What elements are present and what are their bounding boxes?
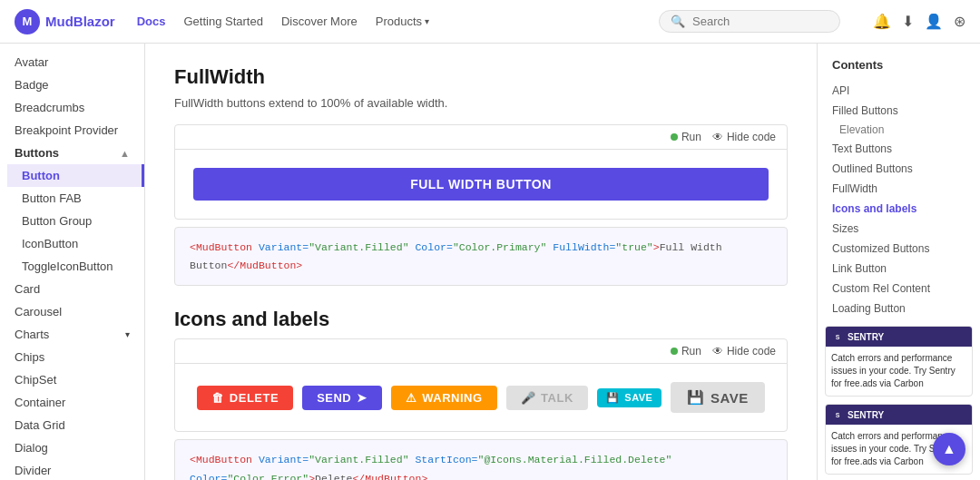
icons-section-title: Icons and labels [174,308,788,331]
main-layout: Avatar Badge Breadcrumbs Breakpoint Prov… [0,44,980,480]
contents-api[interactable]: API [818,81,980,101]
fullwidth-title: FullWidth [174,65,788,89]
fullwidth-run-button[interactable]: Run [671,131,701,143]
topnav-products[interactable]: Products ▾ [376,15,429,28]
contents-loading[interactable]: Loading Button [818,299,980,318]
sidebar-item-container[interactable]: Container [0,391,144,414]
save-small-button[interactable]: 💾 SAVE [597,388,662,407]
ad-card-2-header: S SENTRY [826,405,972,425]
chevron-up-icon: ▲ [120,148,130,159]
bell-icon[interactable]: 🔔 [873,13,891,30]
mic-icon: 🎤 [521,391,536,405]
contents-customized[interactable]: Customized Buttons [818,239,980,259]
topnav-links: Docs Getting Started Discover More Produ… [137,15,429,28]
icons-run-button[interactable]: Run [671,345,701,358]
delete-button[interactable]: 🗑 DELETE [197,386,293,410]
run-dot-icon [671,348,678,355]
fullwidth-demo-content: FULL WIDTH BUTTON [175,150,787,219]
fullwidth-demo-toolbar: Run 👁 Hide code [175,125,787,150]
topnav-docs[interactable]: Docs [137,15,166,28]
sentry-logo-1: S [831,330,844,343]
code-line-1: <MudButton Variant="Variant.Filled" Star… [190,451,772,480]
delete-icon: 🗑 [211,391,224,405]
sidebar-item-data-grid[interactable]: Data Grid [0,414,144,436]
user-circle-icon[interactable]: 👤 [925,13,943,30]
sidebar-item-chipset[interactable]: ChipSet [0,368,144,391]
search-box: 🔍 [659,10,840,33]
icons-code-box: <MudButton Variant="Variant.Filled" Star… [174,439,788,480]
sidebar-item-button-fab[interactable]: Button FAB [7,187,144,210]
sidebar-item-charts[interactable]: Charts▾ [0,323,144,346]
save-large-icon: 💾 [687,389,705,406]
icons-hide-code-button[interactable]: 👁 Hide code [712,345,776,358]
chevron-down-icon: ▾ [425,16,429,26]
warning-icon: ⚠ [406,391,417,405]
full-width-button[interactable]: FULL WIDTH BUTTON [193,168,769,201]
fullwidth-code-box: <MudButton Variant="Variant.Filled" Colo… [174,227,788,286]
sidebar-item-divider[interactable]: Divider [0,459,144,480]
save-large-button[interactable]: 💾 SAVE [671,382,764,413]
sidebar-item-carousel[interactable]: Carousel [0,300,144,323]
topnav-discover-more[interactable]: Discover More [281,15,358,28]
sidebar-section-buttons-label: Buttons [15,146,59,160]
icons-demo-content: 🗑 DELETE SEND ➤ ⚠ WARNING 🎤 TALK 💾 [175,364,787,431]
fullwidth-demo-box: Run 👁 Hide code FULL WIDTH BUTTON [174,124,788,220]
ad-card-1[interactable]: S SENTRY Catch errors and performance is… [825,326,973,397]
warning-button[interactable]: ⚠ WARNING [391,386,497,410]
logo[interactable]: M MudBlazor [15,9,115,34]
topnav: M MudBlazor Docs Getting Started Discove… [0,0,980,44]
search-icon: 🔍 [671,15,685,28]
scroll-to-top-button[interactable]: ▲ [933,433,965,465]
contents-fullwidth[interactable]: FullWidth [818,179,980,199]
contents-elevation[interactable]: Elevation [818,121,980,139]
icons-demo-toolbar: Run 👁 Hide code [175,339,787,364]
github-icon[interactable]: ⊛ [954,13,965,30]
contents-link-button[interactable]: Link Button [818,259,980,279]
sidebar-item-breakpoint-provider[interactable]: Breakpoint Provider [0,119,144,142]
fullwidth-hide-code-button[interactable]: 👁 Hide code [712,131,776,143]
logo-icon: M [15,9,40,34]
download-icon[interactable]: ⬇ [902,13,914,30]
sidebar-item-button-group[interactable]: Button Group [7,210,144,232]
icons-demo-box: Run 👁 Hide code 🗑 DELETE SEND ➤ ⚠ [174,338,788,432]
ad-card-1-header: S SENTRY [826,327,972,347]
sidebar-item-breadcrumbs[interactable]: Breadcrumbs [0,96,144,119]
contents-icons-labels[interactable]: Icons and labels [818,199,980,219]
run-dot-icon [671,133,678,141]
contents-custom-rel[interactable]: Custom Rel Content [818,279,980,299]
sidebar-item-chips[interactable]: Chips [0,346,144,368]
save-icon: 💾 [606,392,620,404]
contents-filled-buttons[interactable]: Filled Buttons [818,101,980,121]
topnav-getting-started[interactable]: Getting Started [183,15,262,28]
fullwidth-desc: FullWidth buttons extend to 100% of avai… [174,96,788,110]
right-sidebar: Contents API Filled Buttons Elevation Te… [817,44,980,480]
sidebar-item-card[interactable]: Card [0,278,144,300]
contents-sizes[interactable]: Sizes [818,219,980,239]
chevron-down-icon: ▾ [125,329,130,339]
sidebar-item-dialog[interactable]: Dialog [0,436,144,459]
contents-title: Contents [818,58,980,81]
topnav-action-icons: 🔔 ⬇ 👤 ⊛ [873,13,965,30]
sidebar-item-iconbutton[interactable]: IconButton [7,232,144,255]
eye-icon: 👁 [712,131,723,143]
sidebar: Avatar Badge Breadcrumbs Breakpoint Prov… [0,44,145,480]
talk-button: 🎤 TALK [506,386,588,410]
send-icon: ➤ [357,391,368,405]
sidebar-item-button[interactable]: Button [7,164,144,187]
send-button[interactable]: SEND ➤ [302,386,382,410]
ad-card-1-body: Catch errors and performance issues in y… [826,347,972,396]
sidebar-item-toggleiconbutton[interactable]: ToggleIconButton [7,255,144,278]
contents-text-buttons[interactable]: Text Buttons [818,139,980,159]
sentry-logo-2: S [831,408,844,421]
sidebar-item-badge[interactable]: Badge [0,73,144,96]
logo-text: MudBlazor [45,14,115,29]
sidebar-sub-buttons: Button Button FAB Button Group IconButto… [0,164,144,278]
search-input[interactable] [692,15,828,28]
sidebar-section-buttons[interactable]: Buttons ▲ [0,142,144,164]
sidebar-item-avatar[interactable]: Avatar [0,51,144,73]
contents-outlined-buttons[interactable]: Outlined Buttons [818,159,980,179]
eye-icon: 👁 [712,345,723,358]
main-content: FullWidth FullWidth buttons extend to 10… [145,44,817,480]
